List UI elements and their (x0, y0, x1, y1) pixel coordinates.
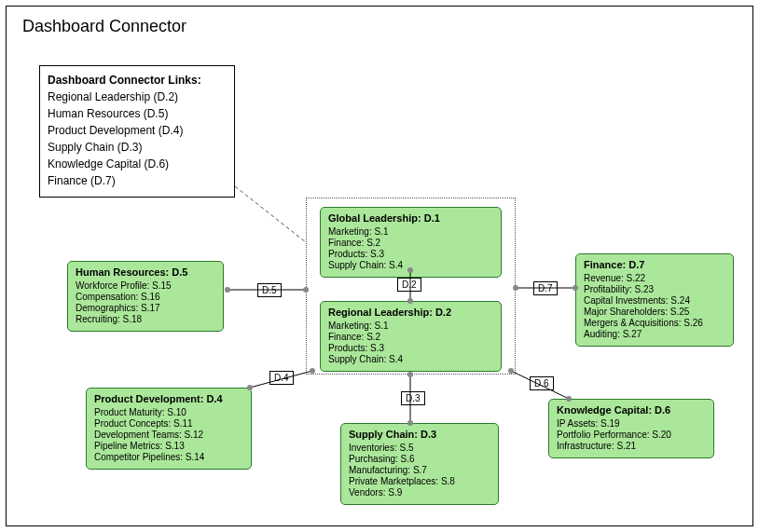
node-knowledge-capital[interactable]: Knowledge Capital: D.6 IP Assets: S.19 P… (548, 399, 714, 458)
node-item: Inventories: S.5 (349, 443, 490, 454)
node-finance[interactable]: Finance: D.7 Revenue: S.22 Profitability… (575, 253, 734, 347)
node-item: Products: S.3 (328, 343, 493, 354)
node-item: Pipeline Metrics: S.13 (94, 441, 243, 452)
node-item: Capital Investments: S.24 (584, 295, 725, 307)
node-title: Regional Leadership: D.2 (328, 307, 493, 318)
node-item: Finance: S.2 (328, 238, 493, 249)
node-product-development[interactable]: Product Development: D.4 Product Maturit… (86, 388, 252, 470)
node-item: Revenue: S.22 (584, 273, 725, 284)
node-item: Product Maturity: S.10 (94, 407, 243, 418)
node-item: Profitability: S.23 (584, 284, 725, 295)
links-panel-item: Knowledge Capital (D.6) (48, 156, 227, 172)
node-item: Competitor Pipelines: S.14 (94, 452, 243, 463)
links-panel-item: Human Resources (D.5) (48, 105, 227, 122)
node-item: Product Concepts: S.11 (94, 418, 243, 430)
node-item: Portfolio Performance: S.20 (557, 430, 706, 441)
links-panel-item: Supply Chain (D.3) (48, 139, 227, 156)
edge-label-d2: D.2 (397, 278, 421, 292)
node-item: Workforce Profile: S.15 (76, 280, 215, 292)
node-item: Supply Chain: S.4 (328, 260, 493, 271)
links-panel: Dashboard Connector Links: Regional Lead… (39, 65, 235, 198)
node-item: Vendors: S.9 (349, 487, 490, 498)
node-item: Infrastructure: S.21 (557, 441, 706, 452)
node-item: Products: S.3 (328, 249, 493, 260)
node-item: Marketing: S.1 (328, 321, 493, 332)
edge-label-d5: D.5 (257, 283, 282, 297)
node-item: Compensation: S.16 (76, 292, 215, 303)
node-title: Knowledge Capital: D.6 (557, 404, 706, 416)
links-panel-item: Finance (D.7) (48, 172, 227, 189)
edge-label-d3: D.3 (401, 391, 425, 405)
node-supply-chain[interactable]: Supply Chain: D.3 Inventories: S.5 Purch… (340, 423, 499, 505)
node-item: Private Marketplaces: S.8 (349, 476, 490, 487)
node-title: Human Resources: D.5 (76, 266, 215, 278)
page-title: Dashboard Connector (22, 17, 186, 36)
node-item: Recruiting: S.18 (76, 314, 215, 325)
node-item: Development Teams: S.12 (94, 430, 243, 441)
edge-label-d6: D.6 (530, 376, 554, 390)
diagram-canvas: Dashboard Connector Dashboard Connector … (0, 0, 759, 532)
node-regional-leadership[interactable]: Regional Leadership: D.2 Marketing: S.1 … (320, 301, 502, 372)
node-human-resources[interactable]: Human Resources: D.5 Workforce Profile: … (67, 261, 224, 332)
node-item: Auditing: S.27 (584, 329, 725, 340)
node-item: Manufacturing: S.7 (349, 465, 490, 476)
node-item: Marketing: S.1 (328, 226, 493, 238)
node-title: Global Leadership: D.1 (328, 212, 493, 224)
node-global-leadership[interactable]: Global Leadership: D.1 Marketing: S.1 Fi… (320, 207, 502, 278)
node-item: Purchasing: S.6 (349, 454, 490, 465)
node-item: Mergers & Acquisitions: S.26 (584, 318, 725, 329)
links-panel-heading: Dashboard Connector Links: (48, 72, 227, 89)
edge-label-d7: D.7 (533, 281, 558, 295)
edge-label-d4: D.4 (269, 371, 294, 385)
node-item: Finance: S.2 (328, 332, 493, 343)
node-item: Supply Chain: S.4 (328, 354, 493, 365)
node-item: Demographics: S.17 (76, 303, 215, 314)
links-panel-item: Product Development (D.4) (48, 122, 227, 139)
node-item: IP Assets: S.19 (557, 418, 706, 430)
node-title: Finance: D.7 (584, 259, 725, 270)
node-item: Major Shareholders: S.25 (584, 307, 725, 318)
links-panel-item: Regional Leadership (D.2) (48, 89, 227, 105)
node-title: Product Development: D.4 (94, 393, 243, 404)
node-title: Supply Chain: D.3 (349, 429, 490, 440)
